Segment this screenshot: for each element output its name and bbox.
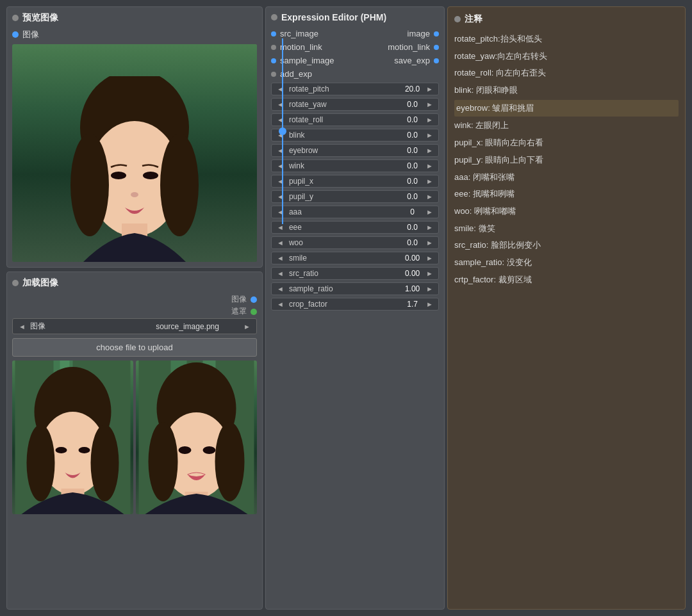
param-next-eyebrow[interactable]: ► (424, 146, 436, 155)
connector-line-container (272, 38, 292, 224)
param-prev-eee[interactable]: ◄ (274, 223, 286, 232)
file-prev-btn[interactable]: ◄ (17, 322, 28, 331)
editor-dot (271, 14, 277, 20)
face-portrait-svg (70, 76, 199, 262)
image-label-text: 图像 (22, 29, 39, 40)
image-output-dot (251, 296, 257, 303)
param-name-eyebrow: eyebrow (286, 146, 401, 155)
note-3: blink: 闭眼和睁眼 (454, 83, 679, 99)
svg-point-16 (56, 447, 67, 453)
param-value-eee: 0.0 (401, 223, 424, 232)
face-svg-right (136, 361, 257, 514)
param-value-src_ratio: 0.00 (401, 269, 424, 278)
svg-point-4 (160, 134, 199, 236)
file-input-row[interactable]: ◄ 图像 source_image.png ► (12, 318, 257, 334)
svg-point-26 (179, 446, 192, 454)
param-row-eyebrow: ◄ eyebrow 0.0 ► (271, 144, 439, 157)
mask-output-row: 遮罩 (12, 306, 257, 317)
svg-point-6 (143, 172, 158, 179)
note-13: sample_ratio: 没变化 (454, 255, 679, 271)
param-next-blink[interactable]: ► (424, 131, 436, 140)
mask-output-dot (251, 309, 257, 315)
image-output-label: 图像 (231, 294, 247, 305)
connector-right-save: save_exp (394, 56, 439, 65)
note-6: pupil_x: 眼睛向左向右看 (454, 135, 679, 151)
param-next-smile[interactable]: ► (424, 254, 436, 263)
load-panel-header: 加载图像 (12, 277, 257, 289)
param-name-eee: eee (286, 223, 401, 232)
param-name-rotate_pitch: rotate_pitch (286, 85, 401, 93)
param-prev-src_ratio[interactable]: ◄ (274, 269, 286, 278)
note-2: rotate_roll: 向左向右歪头 (454, 65, 679, 81)
param-name-rotate_yaw: rotate_yaw (286, 100, 401, 109)
param-next-crop_factor[interactable]: ► (424, 300, 436, 309)
note-7: pupil_y: 眼睛向上向下看 (454, 152, 679, 168)
mask-output-label: 遮罩 (231, 306, 247, 317)
notes-dot (454, 16, 461, 22)
param-value-aaa: 0 (401, 207, 424, 216)
file-next-btn[interactable]: ► (242, 322, 252, 331)
param-name-wink: wink (286, 161, 401, 170)
notes-box: 注释 rotate_pitch:抬头和低头rotate_yaw:向左向右转头ro… (447, 6, 686, 610)
param-value-rotate_pitch: 20.0 (401, 85, 424, 93)
param-value-pupil_x: 0.0 (401, 177, 424, 186)
param-next-pupil_x[interactable]: ► (424, 177, 436, 186)
param-row-eee: ◄ eee 0.0 ► (271, 221, 439, 234)
param-next-src_ratio[interactable]: ► (424, 269, 436, 278)
save-exp-label: save_exp (394, 56, 430, 65)
param-row-smile: ◄ smile 0.00 ► (271, 252, 439, 264)
param-prev-sample_ratio[interactable]: ◄ (274, 284, 286, 293)
note-1: rotate_yaw:向左向右转头 (454, 49, 679, 65)
editor-header: Expression Editor (PHM) (271, 12, 439, 22)
param-row-rotate_yaw: ◄ rotate_yaw 0.0 ► (271, 98, 439, 111)
param-value-wink: 0.0 (401, 161, 424, 170)
param-row-woo: ◄ woo 0.0 ► (271, 236, 439, 249)
motion-link-right-dot (434, 45, 439, 50)
note-8: aaa: 闭嘴和张嘴 (454, 170, 679, 186)
param-next-eee[interactable]: ► (424, 223, 436, 232)
param-row-rotate_pitch: ◄ rotate_pitch 20.0 ► (271, 83, 439, 95)
notes-content: rotate_pitch:抬头和低头rotate_yaw:向左向右转头rotat… (454, 31, 679, 288)
param-next-pupil_y[interactable]: ► (424, 192, 436, 201)
bottom-img-left (12, 361, 133, 514)
connector-left-src: src_image (271, 29, 318, 38)
preview-panel: 预览图像 图像 (6, 6, 263, 268)
param-next-rotate_yaw[interactable]: ► (424, 100, 436, 109)
preview-panel-header: 预览图像 (12, 12, 257, 24)
notes-header: 注释 (454, 13, 679, 25)
param-next-rotate_roll[interactable]: ► (424, 115, 436, 124)
param-value-rotate_roll: 0.0 (401, 115, 424, 124)
param-next-woo[interactable]: ► (424, 238, 436, 247)
file-name: source_image.png (136, 322, 239, 331)
param-row-pupil_y: ◄ pupil_y 0.0 ► (271, 190, 439, 203)
svg-point-15 (91, 425, 119, 501)
param-row-sample_ratio: ◄ sample_ratio 1.00 ► (271, 282, 439, 295)
param-name-pupil_x: pupil_x (286, 177, 401, 186)
param-value-eyebrow: 0.0 (401, 146, 424, 155)
upload-button[interactable]: choose file to upload (12, 338, 257, 357)
param-prev-smile[interactable]: ◄ (274, 254, 286, 263)
param-prev-woo[interactable]: ◄ (274, 238, 286, 247)
param-next-rotate_pitch[interactable]: ► (424, 85, 436, 93)
motion-link-right-label: motion_link (388, 42, 430, 52)
load-panel: 加载图像 图像 遮罩 ◄ 图像 source_image.png ► choos… (6, 272, 263, 610)
connector-motion-link: motion_link motion_link (271, 42, 439, 52)
image-right-dot (434, 31, 439, 36)
svg-point-14 (27, 425, 55, 501)
param-row-pupil_x: ◄ pupil_x 0.0 ► (271, 175, 439, 188)
param-next-wink[interactable]: ► (424, 161, 436, 170)
param-row-crop_factor: ◄ crop_factor 1.7 ► (271, 298, 439, 311)
param-value-rotate_yaw: 0.0 (401, 100, 424, 109)
image-label-row: 图像 (12, 29, 257, 40)
param-name-smile: smile (286, 254, 401, 263)
svg-point-25 (215, 422, 245, 501)
src-image-label: src_image (280, 29, 318, 38)
param-name-src_ratio: src_ratio (286, 269, 401, 278)
param-next-sample_ratio[interactable]: ► (424, 284, 436, 293)
svg-point-3 (70, 134, 109, 236)
src-image-dot (271, 31, 276, 36)
connector-src-image: src_image image (271, 29, 439, 38)
preview-panel-title: 预览图像 (22, 12, 58, 24)
param-next-aaa[interactable]: ► (424, 207, 436, 216)
param-prev-crop_factor[interactable]: ◄ (274, 300, 286, 309)
